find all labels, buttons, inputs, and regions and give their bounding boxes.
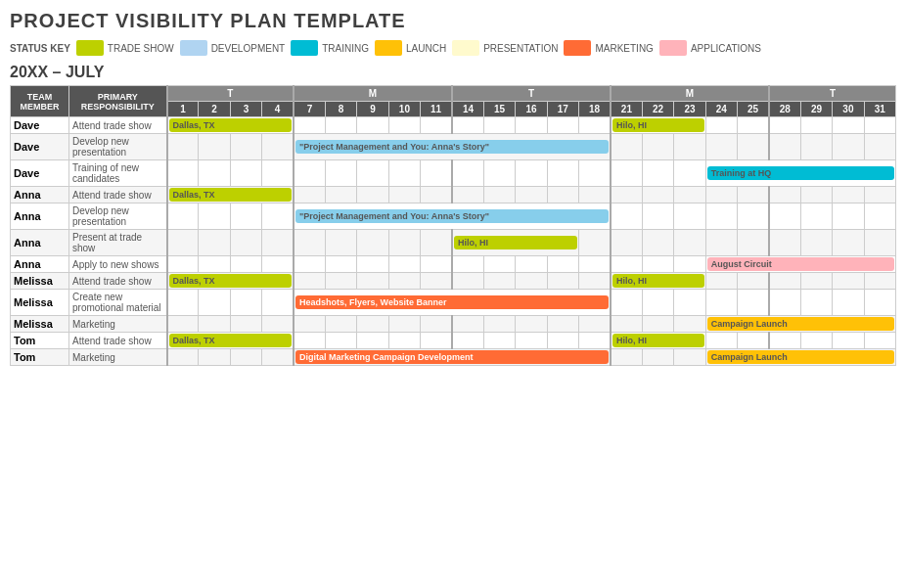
cell-empty-day-15: [483, 273, 515, 290]
cell-empty-day-30: [833, 134, 864, 160]
status-key-label-marketing: MARKETING: [595, 43, 653, 54]
cell-empty-day-1: [167, 290, 199, 316]
day-header-31: 31: [864, 102, 895, 117]
cell-empty-day-24: [705, 290, 737, 316]
cell-empty-day-9: [357, 333, 388, 349]
cell-empty-day-8: [325, 230, 356, 256]
day-header-28: 28: [769, 102, 800, 117]
cell-empty-day-4: [262, 290, 294, 316]
cell-event-trade-show: Dallas, TX: [167, 333, 294, 349]
cell-empty-day-29: [800, 117, 832, 134]
cell-empty-day-21: [611, 187, 642, 204]
status-key-item-training: TRAINING: [291, 40, 369, 56]
cell-empty-day-15: [483, 187, 515, 204]
cell-empty-day-3: [230, 204, 261, 230]
cell-event-trade-show: Hilo, HI: [452, 230, 579, 256]
cell-empty-day-24: [705, 333, 737, 349]
cell-empty-day-22: [642, 204, 673, 230]
cell-empty-day-16: [516, 160, 547, 187]
cell-empty-day-21: [611, 256, 642, 273]
cell-empty-day-18: [579, 256, 611, 273]
cell-empty-day-16: [516, 333, 547, 349]
cell-responsibility: Attend trade show: [69, 273, 167, 290]
table-row: MelissaCreate new promotional materialHe…: [11, 290, 896, 316]
cell-empty-day-8: [325, 117, 356, 134]
cell-event-trade-show: Hilo, HI: [611, 117, 705, 134]
cell-empty-day-8: [325, 316, 356, 333]
cell-empty-day-9: [357, 230, 388, 256]
cell-empty-day-7: [294, 160, 325, 187]
cell-empty-day-9: [357, 316, 388, 333]
cell-responsibility: Training of new candidates: [69, 160, 167, 187]
cell-empty-day-8: [325, 333, 356, 349]
cell-member: Tom: [11, 349, 69, 366]
cell-empty-day-23: [674, 134, 705, 160]
cell-empty-day-29: [800, 333, 832, 349]
status-key-label: STATUS KEY: [10, 43, 70, 54]
cell-member: Dave: [11, 117, 69, 134]
status-key-label-launch: LAUNCH: [406, 43, 446, 54]
cell-empty-day-23: [674, 290, 705, 316]
cell-empty-day-4: [262, 204, 294, 230]
cell-empty-day-11: [421, 256, 452, 273]
cell-empty-day-3: [230, 230, 261, 256]
day-header-21: 21: [611, 102, 642, 117]
cell-event-marketing: Digital Marketing Campaign Development: [294, 349, 611, 366]
cell-event-marketing: Headshots, Flyers, Website Banner: [294, 290, 611, 316]
cell-empty-day-4: [262, 230, 294, 256]
cell-empty-day-30: [833, 333, 864, 349]
cell-empty-day-7: [294, 273, 325, 290]
cell-empty-day-21: [611, 160, 642, 187]
day-header-7: 7: [294, 102, 325, 117]
cell-empty-day-10: [388, 187, 420, 204]
cell-responsibility: Develop new presentation: [69, 204, 167, 230]
cell-empty-day-3: [230, 349, 261, 366]
cell-empty-day-18: [579, 273, 611, 290]
cell-empty-day-21: [611, 349, 642, 366]
cell-empty-day-2: [199, 160, 230, 187]
day-header-18: 18: [579, 102, 611, 117]
cell-event-trade-show: Dallas, TX: [167, 117, 294, 134]
cell-empty-day-22: [642, 187, 673, 204]
week-header-T: T: [167, 86, 294, 102]
cell-empty-day-10: [388, 256, 420, 273]
day-header-9: 9: [357, 102, 388, 117]
cell-empty-day-9: [357, 256, 388, 273]
cell-empty-day-23: [674, 256, 705, 273]
cell-member: Melissa: [11, 273, 69, 290]
cell-empty-day-16: [516, 316, 547, 333]
cell-empty-day-28: [769, 134, 800, 160]
cell-empty-day-7: [294, 256, 325, 273]
cell-empty-day-2: [199, 256, 230, 273]
day-header-2: 2: [199, 102, 230, 117]
table-row: DaveTraining of new candidatesTraining a…: [11, 160, 896, 187]
cell-empty-day-30: [833, 117, 864, 134]
cell-empty-day-25: [738, 204, 769, 230]
cell-empty-day-18: [579, 333, 611, 349]
page-title: PROJECT VISIBILITY PLAN TEMPLATE: [10, 10, 896, 32]
cell-empty-day-9: [357, 117, 388, 134]
cell-empty-day-22: [642, 316, 673, 333]
cell-empty-day-31: [864, 273, 895, 290]
cell-empty-day-29: [800, 204, 832, 230]
table-row: AnnaDevelop new presentation"Project Man…: [11, 204, 896, 230]
cell-member: Melissa: [11, 290, 69, 316]
cell-empty-day-11: [421, 316, 452, 333]
cell-empty-day-25: [738, 290, 769, 316]
cell-event-development: "Project Management and You: Anna's Stor…: [294, 204, 611, 230]
cell-empty-day-4: [262, 134, 294, 160]
cell-empty-day-30: [833, 290, 864, 316]
cell-member: Melissa: [11, 316, 69, 333]
cell-empty-day-30: [833, 230, 864, 256]
cell-empty-day-7: [294, 230, 325, 256]
cell-empty-day-4: [262, 256, 294, 273]
cell-empty-day-14: [452, 117, 483, 134]
status-key-box-applications: [659, 40, 687, 56]
cell-empty-day-3: [230, 160, 261, 187]
cell-responsibility: Apply to new shows: [69, 256, 167, 273]
cell-empty-day-28: [769, 230, 800, 256]
cell-empty-day-15: [483, 316, 515, 333]
cell-empty-day-24: [705, 187, 737, 204]
status-key-box-marketing: [564, 40, 591, 56]
cell-empty-day-28: [769, 333, 800, 349]
